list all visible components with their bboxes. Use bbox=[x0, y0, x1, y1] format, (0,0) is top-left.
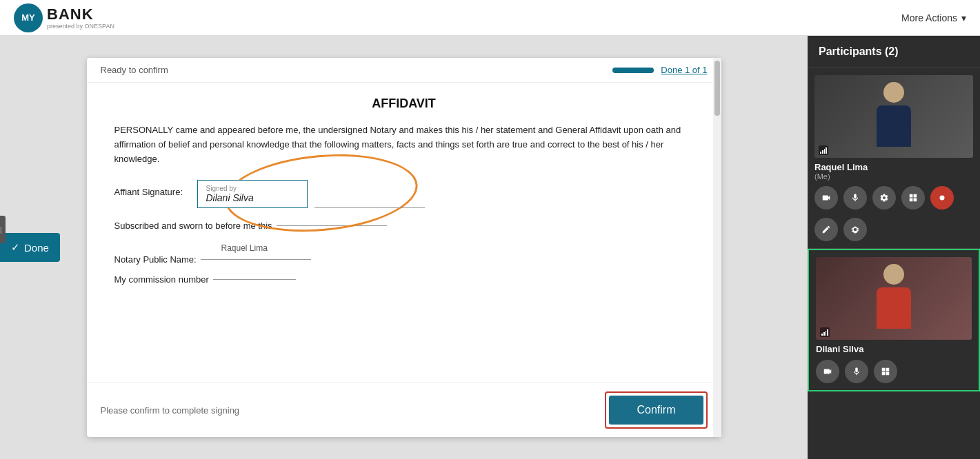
doc-scrollbar[interactable] bbox=[713, 58, 721, 437]
top-nav: MY BANK presented by ONESPAN More Action… bbox=[0, 0, 980, 36]
main-area: ✓ Done Ready to confirm Done 1 of 1 AFFI… bbox=[0, 36, 980, 459]
signature-label: Affiant Signature: bbox=[114, 180, 197, 197]
signal-bar-2 bbox=[823, 332, 825, 336]
dilani-head bbox=[883, 264, 904, 285]
signature-row: Affiant Signature: Signed by Dilani Silv… bbox=[114, 180, 694, 208]
more-actions-button[interactable]: More Actions ▾ bbox=[901, 12, 966, 23]
chevron-down-icon: ▾ bbox=[961, 12, 966, 23]
panel-divider[interactable]: ‖ bbox=[0, 216, 6, 243]
doc-header: Ready to confirm Done 1 of 1 bbox=[87, 58, 721, 83]
dilani-layout-btn[interactable] bbox=[874, 360, 897, 383]
doc-paragraph: PERSONALLY came and appeared before me, … bbox=[114, 123, 694, 166]
sworn-row: Subscribed and sworn to before me this bbox=[114, 221, 694, 231]
doc-title: AFFIDAVIT bbox=[114, 96, 694, 111]
doc-panel: ✓ Done Ready to confirm Done 1 of 1 AFFI… bbox=[0, 36, 808, 459]
raquel-record-btn[interactable] bbox=[930, 186, 954, 210]
logo-area: MY BANK presented by ONESPAN bbox=[14, 3, 114, 32]
dilani-silhouette bbox=[870, 264, 918, 333]
signal-bar-3 bbox=[826, 331, 827, 336]
notary-row: Raquel Lima Notary Public Name: bbox=[114, 243, 694, 265]
doc-footer: Please confirm to complete signing Confi… bbox=[87, 382, 721, 437]
participant-card-raquel: Raquel Lima (Me) bbox=[808, 68, 980, 249]
logo-text: BANK bbox=[47, 6, 94, 23]
signal-icon-dilani bbox=[820, 327, 830, 337]
commission-line bbox=[213, 279, 296, 280]
dilani-mic-btn[interactable] bbox=[845, 360, 868, 383]
signal-icon-raquel bbox=[819, 145, 828, 155]
logo-icon: MY bbox=[14, 3, 43, 32]
logo-subtitle: presented by ONESPAN bbox=[47, 23, 114, 30]
raquel-me-label: (Me) bbox=[814, 172, 973, 181]
sidebar-header: Participants (2) bbox=[808, 36, 980, 68]
dilani-body bbox=[877, 287, 911, 329]
document-card: Ready to confirm Done 1 of 1 AFFIDAVIT P… bbox=[87, 58, 721, 437]
dilani-controls bbox=[816, 360, 972, 383]
raquel-pen-btn[interactable] bbox=[814, 218, 838, 241]
signal-bar-3 bbox=[824, 149, 826, 154]
checkmark-icon: ✓ bbox=[11, 241, 20, 254]
signed-by-label: Signed by bbox=[206, 185, 299, 192]
participant-video-dilani bbox=[816, 257, 972, 340]
notary-line bbox=[201, 259, 311, 260]
commission-row: My commission number bbox=[114, 274, 694, 285]
more-actions-label: More Actions bbox=[901, 12, 957, 23]
commission-label: My commission number bbox=[114, 274, 209, 285]
sworn-line bbox=[277, 225, 387, 226]
raquel-camera-btn[interactable] bbox=[814, 186, 838, 210]
raquel-head bbox=[883, 82, 904, 103]
ready-label: Ready to confirm bbox=[101, 65, 168, 75]
done-link[interactable]: Done 1 of 1 bbox=[661, 65, 707, 75]
confirm-btn-wrapper: Confirm bbox=[605, 391, 707, 429]
raquel-mic-btn[interactable] bbox=[843, 186, 867, 210]
signature-box[interactable]: Signed by Dilani Silva bbox=[197, 180, 308, 208]
raquel-controls bbox=[814, 186, 973, 241]
signal-bar-4 bbox=[826, 147, 827, 154]
raquel-silhouette bbox=[870, 82, 918, 151]
svg-point-0 bbox=[940, 196, 945, 201]
confirm-button[interactable]: Confirm bbox=[609, 396, 703, 425]
raquel-settings-btn[interactable] bbox=[872, 186, 896, 210]
sworn-text: Subscribed and sworn to before me this bbox=[114, 221, 272, 231]
dilani-name: Dilani Silva bbox=[816, 344, 972, 354]
doc-body: AFFIDAVIT PERSONALLY came and appeared b… bbox=[87, 83, 721, 382]
done-button-label: Done bbox=[24, 242, 49, 254]
raquel-layout-btn[interactable] bbox=[901, 186, 925, 210]
signal-bar-1 bbox=[820, 152, 821, 154]
done-button[interactable]: ✓ Done bbox=[0, 233, 60, 262]
signal-bar-4 bbox=[827, 329, 828, 336]
sidebar: Participants (2) Raquel Lima (Me) bbox=[808, 36, 980, 459]
signature-underline bbox=[314, 207, 425, 208]
participants-title: Participants (2) bbox=[819, 45, 899, 57]
notary-label: Notary Public Name: bbox=[114, 254, 197, 265]
signal-bar-1 bbox=[821, 334, 823, 336]
dilani-camera-btn[interactable] bbox=[816, 360, 839, 383]
logo-initials: MY bbox=[21, 12, 35, 23]
footer-text: Please confirm to complete signing bbox=[101, 405, 240, 416]
notary-name-above: Raquel Lima bbox=[221, 243, 694, 253]
signer-name: Dilani Silva bbox=[206, 192, 254, 203]
notary-label-row: Notary Public Name: bbox=[114, 254, 694, 265]
raquel-body bbox=[877, 105, 911, 147]
raquel-name: Raquel Lima bbox=[814, 162, 973, 172]
participant-card-dilani: Dilani Silva bbox=[808, 249, 980, 391]
doc-scrollbar-thumb bbox=[714, 61, 720, 116]
signal-bar-2 bbox=[822, 150, 823, 154]
progress-bar bbox=[612, 68, 654, 73]
raquel-bug-btn[interactable] bbox=[843, 218, 867, 241]
participant-video-raquel bbox=[814, 75, 973, 158]
